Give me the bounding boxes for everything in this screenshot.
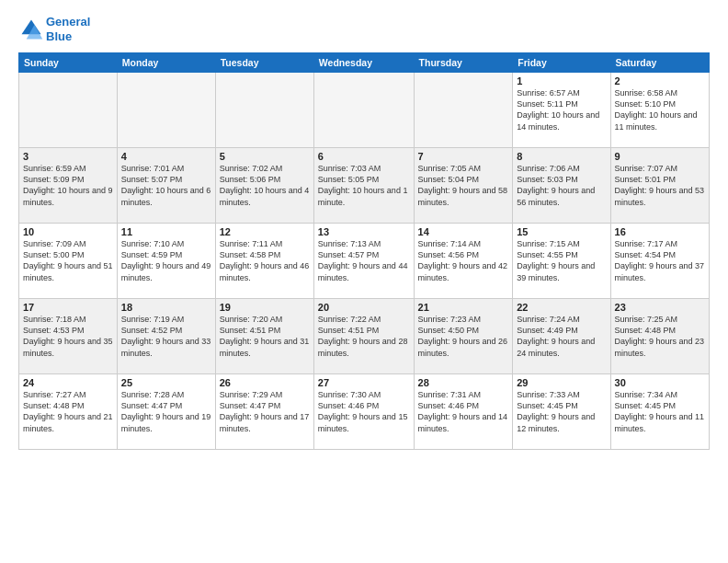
day-cell: 5Sunrise: 7:02 AM Sunset: 5:06 PM Daylig… <box>215 148 313 224</box>
weekday-sunday: Sunday <box>19 53 118 73</box>
day-number: 26 <box>220 377 310 388</box>
day-info: Sunrise: 7:02 AM Sunset: 5:06 PM Dayligh… <box>220 163 310 208</box>
day-cell: 13Sunrise: 7:13 AM Sunset: 4:57 PM Dayli… <box>313 224 414 299</box>
day-info: Sunrise: 7:24 AM Sunset: 4:49 PM Dayligh… <box>517 314 606 359</box>
day-info: Sunrise: 7:34 AM Sunset: 4:45 PM Dayligh… <box>615 389 705 434</box>
day-cell: 22Sunrise: 7:24 AM Sunset: 4:49 PM Dayli… <box>513 299 610 374</box>
day-number: 15 <box>517 226 606 237</box>
day-info: Sunrise: 7:18 AM Sunset: 4:53 PM Dayligh… <box>23 314 113 359</box>
day-number: 4 <box>121 151 211 162</box>
day-cell: 27Sunrise: 7:30 AM Sunset: 4:46 PM Dayli… <box>313 374 414 450</box>
day-cell: 18Sunrise: 7:19 AM Sunset: 4:52 PM Dayli… <box>117 299 215 374</box>
day-info: Sunrise: 7:15 AM Sunset: 4:55 PM Dayligh… <box>517 238 606 283</box>
day-cell <box>414 73 513 148</box>
day-number: 12 <box>220 226 310 237</box>
day-cell: 4Sunrise: 7:01 AM Sunset: 5:07 PM Daylig… <box>117 148 215 224</box>
day-info: Sunrise: 7:11 AM Sunset: 4:58 PM Dayligh… <box>220 238 310 283</box>
day-number: 9 <box>615 151 705 162</box>
week-row-4: 17Sunrise: 7:18 AM Sunset: 4:53 PM Dayli… <box>19 299 710 374</box>
day-cell: 26Sunrise: 7:29 AM Sunset: 4:47 PM Dayli… <box>215 374 313 450</box>
day-number: 7 <box>418 151 509 162</box>
day-number: 19 <box>220 302 310 313</box>
day-cell: 15Sunrise: 7:15 AM Sunset: 4:55 PM Dayli… <box>513 224 610 299</box>
page: General Blue SundayMondayTuesdayWednesda… <box>0 0 728 563</box>
day-number: 28 <box>418 377 509 388</box>
day-cell: 24Sunrise: 7:27 AM Sunset: 4:48 PM Dayli… <box>19 374 118 450</box>
day-cell: 23Sunrise: 7:25 AM Sunset: 4:48 PM Dayli… <box>610 299 709 374</box>
day-cell: 25Sunrise: 7:28 AM Sunset: 4:47 PM Dayli… <box>117 374 215 450</box>
day-cell: 9Sunrise: 7:07 AM Sunset: 5:01 PM Daylig… <box>610 148 709 224</box>
day-info: Sunrise: 7:07 AM Sunset: 5:01 PM Dayligh… <box>615 163 705 208</box>
day-cell <box>117 73 215 148</box>
day-cell: 29Sunrise: 7:33 AM Sunset: 4:45 PM Dayli… <box>513 374 610 450</box>
day-cell: 19Sunrise: 7:20 AM Sunset: 4:51 PM Dayli… <box>215 299 313 374</box>
day-info: Sunrise: 7:09 AM Sunset: 5:00 PM Dayligh… <box>23 238 113 283</box>
day-info: Sunrise: 6:59 AM Sunset: 5:09 PM Dayligh… <box>23 163 113 208</box>
day-info: Sunrise: 7:05 AM Sunset: 5:04 PM Dayligh… <box>418 163 509 208</box>
day-info: Sunrise: 7:30 AM Sunset: 4:46 PM Dayligh… <box>318 389 410 434</box>
day-cell: 8Sunrise: 7:06 AM Sunset: 5:03 PM Daylig… <box>513 148 610 224</box>
day-cell: 6Sunrise: 7:03 AM Sunset: 5:05 PM Daylig… <box>313 148 414 224</box>
day-cell: 21Sunrise: 7:23 AM Sunset: 4:50 PM Dayli… <box>414 299 513 374</box>
weekday-friday: Friday <box>513 53 610 73</box>
day-number: 17 <box>23 302 113 313</box>
weekday-monday: Monday <box>117 53 215 73</box>
day-info: Sunrise: 7:14 AM Sunset: 4:56 PM Dayligh… <box>418 238 509 283</box>
day-info: Sunrise: 7:20 AM Sunset: 4:51 PM Dayligh… <box>220 314 310 359</box>
day-cell: 14Sunrise: 7:14 AM Sunset: 4:56 PM Dayli… <box>414 224 513 299</box>
day-number: 10 <box>23 226 113 237</box>
weekday-header-row: SundayMondayTuesdayWednesdayThursdayFrid… <box>19 53 710 73</box>
day-number: 11 <box>121 226 211 237</box>
week-row-2: 3Sunrise: 6:59 AM Sunset: 5:09 PM Daylig… <box>19 148 710 224</box>
day-info: Sunrise: 7:33 AM Sunset: 4:45 PM Dayligh… <box>517 389 606 434</box>
day-cell: 1Sunrise: 6:57 AM Sunset: 5:11 PM Daylig… <box>513 73 610 148</box>
weekday-tuesday: Tuesday <box>215 53 313 73</box>
day-info: Sunrise: 7:31 AM Sunset: 4:46 PM Dayligh… <box>418 389 509 434</box>
day-info: Sunrise: 7:27 AM Sunset: 4:48 PM Dayligh… <box>23 389 113 434</box>
day-cell: 7Sunrise: 7:05 AM Sunset: 5:04 PM Daylig… <box>414 148 513 224</box>
week-row-3: 10Sunrise: 7:09 AM Sunset: 5:00 PM Dayli… <box>19 224 710 299</box>
day-number: 20 <box>318 302 410 313</box>
day-info: Sunrise: 7:29 AM Sunset: 4:47 PM Dayligh… <box>220 389 310 434</box>
logo-icon <box>18 17 44 42</box>
day-info: Sunrise: 7:01 AM Sunset: 5:07 PM Dayligh… <box>121 163 211 208</box>
day-info: Sunrise: 7:06 AM Sunset: 5:03 PM Dayligh… <box>517 163 606 208</box>
day-cell <box>313 73 414 148</box>
day-info: Sunrise: 6:58 AM Sunset: 5:10 PM Dayligh… <box>615 87 705 132</box>
day-number: 30 <box>615 377 705 388</box>
day-info: Sunrise: 7:10 AM Sunset: 4:59 PM Dayligh… <box>121 238 211 283</box>
day-info: Sunrise: 7:22 AM Sunset: 4:51 PM Dayligh… <box>318 314 410 359</box>
calendar: SundayMondayTuesdayWednesdayThursdayFrid… <box>18 52 710 450</box>
day-info: Sunrise: 7:28 AM Sunset: 4:47 PM Dayligh… <box>121 389 211 434</box>
day-number: 3 <box>23 151 113 162</box>
day-cell: 12Sunrise: 7:11 AM Sunset: 4:58 PM Dayli… <box>215 224 313 299</box>
weekday-thursday: Thursday <box>414 53 513 73</box>
day-info: Sunrise: 7:17 AM Sunset: 4:54 PM Dayligh… <box>615 238 705 283</box>
day-number: 23 <box>615 302 705 313</box>
logo-text: General Blue <box>46 15 90 43</box>
weekday-saturday: Saturday <box>610 53 709 73</box>
day-number: 2 <box>615 75 705 86</box>
day-cell: 30Sunrise: 7:34 AM Sunset: 4:45 PM Dayli… <box>610 374 709 450</box>
day-number: 8 <box>517 151 606 162</box>
header: General Blue <box>18 15 710 43</box>
day-info: Sunrise: 7:03 AM Sunset: 5:05 PM Dayligh… <box>318 163 410 208</box>
weekday-wednesday: Wednesday <box>313 53 414 73</box>
day-cell <box>215 73 313 148</box>
day-number: 22 <box>517 302 606 313</box>
day-number: 21 <box>418 302 509 313</box>
day-info: Sunrise: 7:25 AM Sunset: 4:48 PM Dayligh… <box>615 314 705 359</box>
day-number: 16 <box>615 226 705 237</box>
day-number: 13 <box>318 226 410 237</box>
day-cell: 3Sunrise: 6:59 AM Sunset: 5:09 PM Daylig… <box>19 148 118 224</box>
day-cell: 10Sunrise: 7:09 AM Sunset: 5:00 PM Dayli… <box>19 224 118 299</box>
day-cell: 11Sunrise: 7:10 AM Sunset: 4:59 PM Dayli… <box>117 224 215 299</box>
day-number: 18 <box>121 302 211 313</box>
day-cell: 20Sunrise: 7:22 AM Sunset: 4:51 PM Dayli… <box>313 299 414 374</box>
day-cell: 28Sunrise: 7:31 AM Sunset: 4:46 PM Dayli… <box>414 374 513 450</box>
week-row-5: 24Sunrise: 7:27 AM Sunset: 4:48 PM Dayli… <box>19 374 710 450</box>
day-cell: 17Sunrise: 7:18 AM Sunset: 4:53 PM Dayli… <box>19 299 118 374</box>
day-number: 5 <box>220 151 310 162</box>
day-number: 29 <box>517 377 606 388</box>
day-number: 27 <box>318 377 410 388</box>
